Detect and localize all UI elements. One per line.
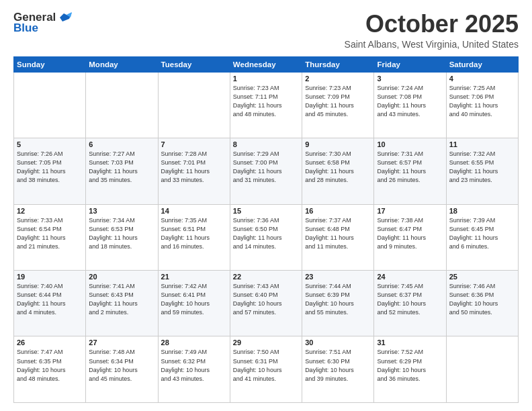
calendar-cell <box>158 72 230 138</box>
day-number: 30 <box>305 338 371 347</box>
logo-blue: Blue <box>13 21 38 35</box>
day-number: 25 <box>449 273 515 281</box>
title-section: October 2025 Saint Albans, West Virginia… <box>345 11 519 50</box>
day-info: Sunrise: 7:31 AM Sunset: 6:57 PM Dayligh… <box>377 150 443 185</box>
calendar-cell <box>14 72 86 138</box>
calendar-cell: 17Sunrise: 7:38 AM Sunset: 6:47 PM Dayli… <box>374 204 446 270</box>
day-number: 15 <box>233 207 299 215</box>
calendar-cell <box>446 336 518 403</box>
day-number: 10 <box>377 140 443 148</box>
calendar-cell <box>86 72 158 138</box>
calendar-week-row: 12Sunrise: 7:33 AM Sunset: 6:54 PM Dayli… <box>14 204 519 270</box>
day-info: Sunrise: 7:46 AM Sunset: 6:36 PM Dayligh… <box>449 282 515 317</box>
day-number: 6 <box>89 140 154 148</box>
col-header-wednesday: Wednesday <box>230 56 302 72</box>
day-number: 28 <box>161 338 227 347</box>
calendar-cell: 15Sunrise: 7:36 AM Sunset: 6:50 PM Dayli… <box>230 204 302 270</box>
day-number: 2 <box>305 75 371 83</box>
page: General Blue October 2025 Saint Albans, … <box>0 0 532 411</box>
day-info: Sunrise: 7:27 AM Sunset: 7:03 PM Dayligh… <box>89 150 154 185</box>
day-number: 26 <box>17 338 83 347</box>
calendar-cell: 9Sunrise: 7:30 AM Sunset: 6:58 PM Daylig… <box>302 138 374 204</box>
calendar-cell: 3Sunrise: 7:24 AM Sunset: 7:08 PM Daylig… <box>374 72 446 138</box>
day-number: 13 <box>89 207 154 215</box>
day-info: Sunrise: 7:23 AM Sunset: 7:11 PM Dayligh… <box>233 84 299 119</box>
day-info: Sunrise: 7:25 AM Sunset: 7:06 PM Dayligh… <box>449 84 515 119</box>
day-info: Sunrise: 7:40 AM Sunset: 6:44 PM Dayligh… <box>17 282 83 317</box>
day-number: 17 <box>377 207 443 215</box>
day-number: 29 <box>233 338 299 347</box>
calendar-week-row: 5Sunrise: 7:26 AM Sunset: 7:05 PM Daylig… <box>14 138 519 204</box>
day-number: 16 <box>305 207 371 215</box>
day-number: 22 <box>233 273 299 281</box>
logo-bird-icon <box>57 12 72 23</box>
calendar-cell: 2Sunrise: 7:23 AM Sunset: 7:09 PM Daylig… <box>302 72 374 138</box>
day-info: Sunrise: 7:36 AM Sunset: 6:50 PM Dayligh… <box>233 216 299 251</box>
day-number: 1 <box>233 75 299 83</box>
calendar-cell: 29Sunrise: 7:50 AM Sunset: 6:31 PM Dayli… <box>230 336 302 403</box>
calendar-cell: 19Sunrise: 7:40 AM Sunset: 6:44 PM Dayli… <box>14 271 86 336</box>
col-header-thursday: Thursday <box>302 56 374 72</box>
day-info: Sunrise: 7:52 AM Sunset: 6:29 PM Dayligh… <box>377 348 443 383</box>
calendar-header-row: SundayMondayTuesdayWednesdayThursdayFrid… <box>14 56 519 72</box>
day-info: Sunrise: 7:29 AM Sunset: 7:00 PM Dayligh… <box>233 150 299 185</box>
day-info: Sunrise: 7:35 AM Sunset: 6:51 PM Dayligh… <box>161 216 227 251</box>
day-number: 7 <box>161 140 227 148</box>
day-number: 11 <box>449 140 515 148</box>
col-header-tuesday: Tuesday <box>158 56 230 72</box>
day-info: Sunrise: 7:30 AM Sunset: 6:58 PM Dayligh… <box>305 150 371 185</box>
day-number: 12 <box>17 207 83 215</box>
calendar-cell: 13Sunrise: 7:34 AM Sunset: 6:53 PM Dayli… <box>86 204 158 270</box>
calendar-cell: 6Sunrise: 7:27 AM Sunset: 7:03 PM Daylig… <box>86 138 158 204</box>
day-number: 19 <box>17 273 83 281</box>
day-number: 3 <box>377 75 443 83</box>
calendar-table: SundayMondayTuesdayWednesdayThursdayFrid… <box>13 56 519 403</box>
calendar-cell: 24Sunrise: 7:45 AM Sunset: 6:37 PM Dayli… <box>374 271 446 336</box>
calendar-cell: 7Sunrise: 7:28 AM Sunset: 7:01 PM Daylig… <box>158 138 230 204</box>
day-info: Sunrise: 7:41 AM Sunset: 6:43 PM Dayligh… <box>89 282 154 317</box>
day-info: Sunrise: 7:33 AM Sunset: 6:54 PM Dayligh… <box>17 216 83 251</box>
calendar-cell: 1Sunrise: 7:23 AM Sunset: 7:11 PM Daylig… <box>230 72 302 138</box>
calendar-cell: 8Sunrise: 7:29 AM Sunset: 7:00 PM Daylig… <box>230 138 302 204</box>
calendar-cell: 28Sunrise: 7:49 AM Sunset: 6:32 PM Dayli… <box>158 336 230 403</box>
day-number: 8 <box>233 140 299 148</box>
day-info: Sunrise: 7:47 AM Sunset: 6:35 PM Dayligh… <box>17 348 83 383</box>
col-header-monday: Monday <box>86 56 158 72</box>
day-info: Sunrise: 7:37 AM Sunset: 6:48 PM Dayligh… <box>305 216 371 251</box>
calendar-cell: 4Sunrise: 7:25 AM Sunset: 7:06 PM Daylig… <box>446 72 518 138</box>
day-info: Sunrise: 7:48 AM Sunset: 6:34 PM Dayligh… <box>89 348 154 383</box>
day-info: Sunrise: 7:23 AM Sunset: 7:09 PM Dayligh… <box>305 84 371 119</box>
calendar-cell: 30Sunrise: 7:51 AM Sunset: 6:30 PM Dayli… <box>302 336 374 403</box>
calendar-cell: 16Sunrise: 7:37 AM Sunset: 6:48 PM Dayli… <box>302 204 374 270</box>
day-info: Sunrise: 7:32 AM Sunset: 6:55 PM Dayligh… <box>449 150 515 185</box>
calendar-cell: 10Sunrise: 7:31 AM Sunset: 6:57 PM Dayli… <box>374 138 446 204</box>
calendar-cell: 20Sunrise: 7:41 AM Sunset: 6:43 PM Dayli… <box>86 271 158 336</box>
day-info: Sunrise: 7:45 AM Sunset: 6:37 PM Dayligh… <box>377 282 443 317</box>
day-info: Sunrise: 7:26 AM Sunset: 7:05 PM Dayligh… <box>17 150 83 185</box>
day-info: Sunrise: 7:50 AM Sunset: 6:31 PM Dayligh… <box>233 348 299 383</box>
day-number: 23 <box>305 273 371 281</box>
header: General Blue October 2025 Saint Albans, … <box>13 11 519 50</box>
calendar-week-row: 1Sunrise: 7:23 AM Sunset: 7:11 PM Daylig… <box>14 72 519 138</box>
month-title: October 2025 <box>345 11 519 38</box>
day-number: 18 <box>449 207 515 215</box>
day-number: 14 <box>161 207 227 215</box>
day-number: 31 <box>377 338 443 347</box>
day-info: Sunrise: 7:51 AM Sunset: 6:30 PM Dayligh… <box>305 348 371 383</box>
calendar-week-row: 19Sunrise: 7:40 AM Sunset: 6:44 PM Dayli… <box>14 271 519 336</box>
calendar-cell: 27Sunrise: 7:48 AM Sunset: 6:34 PM Dayli… <box>86 336 158 403</box>
day-info: Sunrise: 7:49 AM Sunset: 6:32 PM Dayligh… <box>161 348 227 383</box>
day-number: 24 <box>377 273 443 281</box>
calendar-cell: 22Sunrise: 7:43 AM Sunset: 6:40 PM Dayli… <box>230 271 302 336</box>
calendar-cell: 18Sunrise: 7:39 AM Sunset: 6:45 PM Dayli… <box>446 204 518 270</box>
day-info: Sunrise: 7:24 AM Sunset: 7:08 PM Dayligh… <box>377 84 443 119</box>
calendar-cell: 31Sunrise: 7:52 AM Sunset: 6:29 PM Dayli… <box>374 336 446 403</box>
calendar-cell: 12Sunrise: 7:33 AM Sunset: 6:54 PM Dayli… <box>14 204 86 270</box>
day-number: 9 <box>305 140 371 148</box>
day-info: Sunrise: 7:28 AM Sunset: 7:01 PM Dayligh… <box>161 150 227 185</box>
day-number: 20 <box>89 273 154 281</box>
calendar-cell: 14Sunrise: 7:35 AM Sunset: 6:51 PM Dayli… <box>158 204 230 270</box>
calendar-cell: 21Sunrise: 7:42 AM Sunset: 6:41 PM Dayli… <box>158 271 230 336</box>
col-header-friday: Friday <box>374 56 446 72</box>
location: Saint Albans, West Virginia, United Stat… <box>345 39 519 50</box>
